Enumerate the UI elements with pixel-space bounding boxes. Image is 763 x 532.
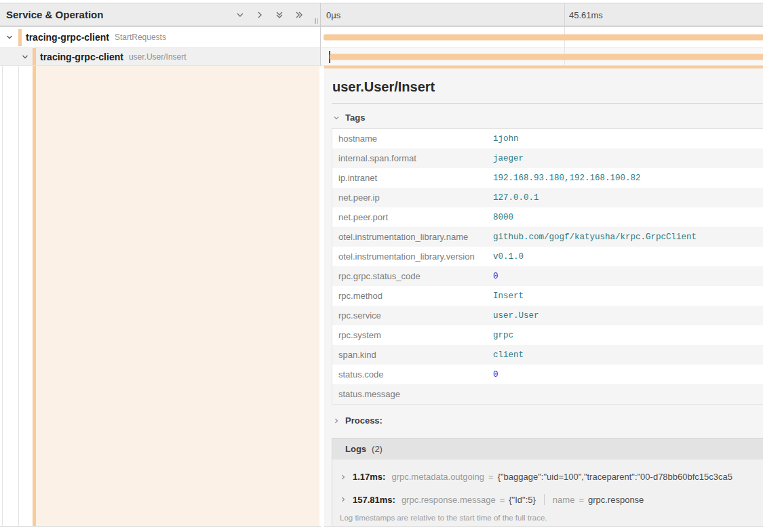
- chevron-right-icon: [333, 417, 340, 424]
- equals-sign: =: [579, 495, 584, 505]
- tag-row[interactable]: net.peer.port 8000: [332, 207, 763, 227]
- log-field-key: name: [553, 495, 575, 505]
- log-entry[interactable]: 157.81ms: grpc.response.message={"Id":5}…: [332, 488, 763, 511]
- tag-row[interactable]: otel.instrumentation_library.version v0.…: [332, 247, 763, 266]
- logs-section: Logs (2) 1.17ms: grpc.metadata.outgoing=…: [332, 438, 763, 527]
- tag-value: ijohn: [493, 134, 519, 144]
- logs-entries: 1.17ms: grpc.metadata.outgoing={"baggage…: [332, 459, 763, 511]
- trace-timeline-view: Service & Operation 0μs 45.61ms: [0, 0, 763, 532]
- chevron-right-icon: [340, 496, 347, 503]
- tag-value: 8000: [493, 213, 513, 222]
- process-section-header[interactable]: Process:: [332, 405, 763, 430]
- process-section-label: Process:: [345, 415, 383, 426]
- ruler-gridline: [564, 3, 565, 26]
- tag-key: net.peer.port: [332, 212, 493, 222]
- ruler-tick-mid: 45.61ms: [569, 9, 603, 20]
- tree-guide-line: [18, 66, 19, 526]
- tag-key: ip.intranet: [332, 173, 493, 183]
- tags-section-header[interactable]: Tags: [332, 104, 763, 128]
- tag-row[interactable]: rpc.grpc.status_code 0: [332, 266, 763, 286]
- tag-key: internal.span.format: [332, 153, 493, 163]
- log-fields: grpc.metadata.outgoing={"baggage":"uid=1…: [391, 472, 732, 482]
- tag-row[interactable]: hostname ijohn: [332, 129, 763, 148]
- expand-one-chevron-right-icon[interactable]: [255, 10, 265, 20]
- service-name: tracing-grpc-client: [26, 32, 109, 43]
- span-detail-title: user.User/Insert: [332, 68, 763, 104]
- tag-row[interactable]: rpc.system grpc: [332, 325, 763, 345]
- span-row-user-insert[interactable]: tracing-grpc-client user.User/Insert: [0, 48, 763, 66]
- tag-row[interactable]: rpc.method Insert: [332, 286, 763, 306]
- tag-value: 192.168.93.180,192.168.100.82: [493, 173, 641, 183]
- span-row-label[interactable]: tracing-grpc-client user.User/Insert: [0, 48, 321, 66]
- log-field-key: grpc.metadata.outgoing: [391, 472, 484, 482]
- tag-row[interactable]: status.code 0: [332, 365, 763, 384]
- tag-value: 0: [493, 272, 498, 281]
- column-resizer-grip[interactable]: [315, 18, 318, 24]
- span-duration-bar[interactable]: [330, 54, 763, 60]
- tag-key: net.peer.ip: [332, 192, 493, 203]
- collapse-one-chevron-down-icon[interactable]: [235, 10, 245, 20]
- chevron-right-icon: [340, 474, 347, 480]
- tag-row[interactable]: status.message: [332, 384, 763, 404]
- tag-value: jaeger: [493, 154, 524, 163]
- log-field-key: grpc.response.message: [402, 495, 496, 505]
- log-entry[interactable]: 1.17ms: grpc.metadata.outgoing={"baggage…: [332, 466, 763, 488]
- tag-row[interactable]: rpc.service user.User: [332, 306, 763, 325]
- service-name: tracing-grpc-client: [40, 52, 123, 62]
- tag-row[interactable]: otel.instrumentation_library.name github…: [332, 227, 763, 247]
- tag-key: otel.instrumentation_library.name: [332, 232, 493, 242]
- detail-left-gutter: [0, 66, 321, 527]
- operation-name: user.User/Insert: [129, 52, 187, 62]
- tag-value: client: [493, 350, 524, 360]
- tag-value: 127.0.0.1: [493, 193, 539, 203]
- service-operation-header: Service & Operation: [0, 3, 321, 26]
- tag-value: Insert: [493, 291, 524, 301]
- logs-section-header[interactable]: Logs (2): [332, 438, 763, 459]
- tag-row[interactable]: internal.span.format jaeger: [332, 148, 763, 168]
- log-field-value: grpc.response: [588, 495, 644, 505]
- tag-key: rpc.method: [332, 291, 493, 301]
- tag-row[interactable]: ip.intranet 192.168.93.180,192.168.100.8…: [332, 168, 763, 188]
- tag-value: 0: [493, 370, 498, 380]
- chevron-down-icon[interactable]: [21, 53, 29, 61]
- timeline-ruler: 0μs 45.61ms: [321, 3, 763, 26]
- tag-row[interactable]: net.peer.ip 127.0.0.1: [332, 188, 763, 207]
- tags-section-label: Tags: [345, 112, 365, 123]
- ruler-tick-start: 0μs: [326, 9, 340, 20]
- span-bar-track[interactable]: [321, 27, 763, 48]
- logs-footer-note: Log timestamps are relative to the start…: [332, 511, 763, 527]
- logs-section-label: Logs: [345, 444, 366, 454]
- expand-all-double-chevron-right-icon[interactable]: [294, 10, 304, 20]
- logs-count: (2): [372, 444, 383, 454]
- tag-value: grpc: [493, 331, 513, 340]
- tag-value: v0.1.0: [493, 252, 524, 262]
- chevron-down-icon[interactable]: [5, 33, 14, 41]
- equals-sign: =: [500, 495, 505, 505]
- chevron-down-icon: [333, 115, 340, 121]
- log-field-divider: [544, 494, 545, 505]
- tag-key: otel.instrumentation_library.version: [332, 251, 493, 262]
- equals-sign: =: [488, 472, 494, 482]
- timeline-header: Service & Operation 0μs 45.61ms: [0, 3, 763, 26]
- span-bar-track[interactable]: [321, 48, 763, 66]
- log-fields: grpc.response.message={"Id":5}name=grpc.…: [402, 494, 644, 505]
- tag-value: github.com/gogf/katyusha/krpc.GrpcClient: [493, 232, 697, 242]
- span-detail-panel: user.User/Insert Tags hostname ijohn int…: [324, 66, 763, 527]
- log-timestamp: 157.81ms:: [353, 495, 395, 505]
- span-detail-row: user.User/Insert Tags hostname ijohn int…: [0, 66, 763, 527]
- log-field-value: {"Id":5}: [509, 495, 536, 505]
- span-duration-bar[interactable]: [324, 35, 763, 41]
- tag-key: rpc.service: [332, 310, 493, 321]
- tag-key: rpc.grpc.status_code: [332, 271, 493, 281]
- tag-key: status.message: [332, 389, 493, 399]
- tag-key: hostname: [332, 134, 493, 144]
- log-field-value: {"baggage":"uid=100","traceparent":"00-d…: [498, 472, 732, 482]
- span-row-start-requests[interactable]: tracing-grpc-client StartRequests: [0, 27, 763, 48]
- span-row-label[interactable]: tracing-grpc-client StartRequests: [0, 27, 321, 48]
- collapse-all-double-chevron-down-icon[interactable]: [275, 10, 284, 20]
- log-timestamp: 1.17ms:: [353, 472, 385, 482]
- service-operation-title: Service & Operation: [6, 9, 235, 20]
- selected-span-tint: [36, 66, 319, 526]
- tag-key: span.kind: [332, 350, 493, 360]
- tag-row[interactable]: span.kind client: [332, 345, 763, 365]
